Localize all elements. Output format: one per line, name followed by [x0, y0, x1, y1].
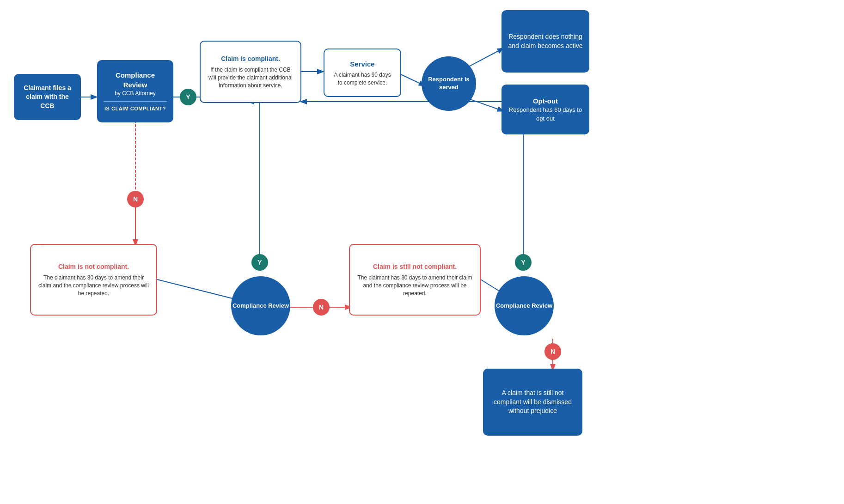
compliance-review-3-label: Compliance Review — [496, 302, 552, 310]
respondent-nothing-label: Respondent does nothing and claim become… — [508, 33, 582, 49]
compliance-review-2-circle: Compliance Review — [231, 276, 290, 335]
claimant-files-box: Claimant files a claim with the CCB — [14, 74, 81, 120]
cr1-subtitle2: IS CLAIM COMPLIANT? — [104, 105, 167, 112]
opt-out-title: Opt-out — [508, 96, 583, 106]
compliance-review-1-box: Compliance Review by CCB Attorney IS CLA… — [97, 60, 173, 122]
service-title: Service — [331, 59, 394, 69]
y-badge-3: Y — [515, 254, 532, 271]
svg-line-4 — [400, 74, 424, 85]
claim-still-not-compliant-body: The claimant has 30 days to amend their … — [356, 274, 473, 297]
n-badge-1: N — [127, 191, 144, 207]
cr1-title: Compliance Review — [104, 70, 167, 90]
y-badge-1: Y — [180, 89, 196, 105]
n-badge-3: N — [544, 343, 561, 360]
dismissed-box: A claim that is still not compliant will… — [483, 369, 582, 436]
respondent-served-label: Respondent is served — [422, 76, 476, 91]
claim-not-compliant-title: Claim is not compliant. — [37, 262, 150, 272]
y-badge-2: Y — [251, 254, 268, 271]
service-body: A claimant has 90 days to complete servi… — [331, 71, 394, 87]
service-box: Service A claimant has 90 days to comple… — [324, 49, 401, 97]
opt-out-box: Opt-out Respondent has 60 days to opt ou… — [502, 85, 589, 134]
cr1-subtitle1: by CCB Attorney — [104, 90, 167, 97]
flowchart: Claimant files a claim with the CCB Comp… — [0, 0, 844, 504]
claim-still-not-compliant-title: Claim is still not compliant. — [356, 262, 473, 272]
dismissed-label: A claim that is still not compliant will… — [494, 389, 572, 414]
respondent-nothing-box: Respondent does nothing and claim become… — [502, 10, 589, 73]
compliance-review-2-label: Compliance Review — [232, 302, 289, 310]
opt-out-body: Respondent has 60 days to opt out — [508, 106, 583, 122]
n-badge-2: N — [313, 299, 330, 316]
compliance-review-3-circle: Compliance Review — [495, 276, 554, 335]
claim-not-compliant-body: The claimant has 30 days to amend their … — [37, 274, 150, 297]
claim-still-not-compliant-box: Claim is still not compliant. The claima… — [349, 244, 481, 316]
cr1-divider — [104, 101, 167, 102]
respondent-served-circle: Respondent is served — [422, 56, 476, 111]
claim-not-compliant-box: Claim is not compliant. The claimant has… — [30, 244, 157, 316]
claimant-files-label: Claimant files a claim with the CCB — [24, 84, 71, 109]
claim-compliant-title: Claim is compliant. — [207, 55, 294, 64]
claim-compliant-body: If the claim is compliant the CCB will p… — [207, 66, 294, 89]
claim-compliant-box: Claim is compliant. If the claim is comp… — [200, 41, 301, 103]
